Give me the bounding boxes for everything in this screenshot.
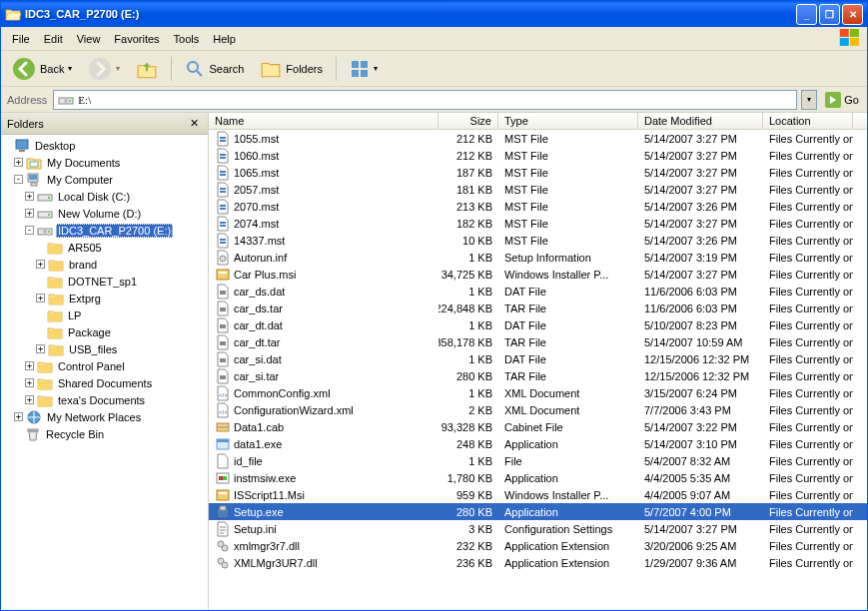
tree-item[interactable]: LP [3, 306, 206, 323]
tree-expander[interactable]: - [14, 175, 23, 184]
file-row[interactable]: Data1.cab93,328 KBCabinet File5/14/2007 … [209, 418, 867, 435]
file-row[interactable]: ConfigurationWizard.xml2 KBXML Document7… [209, 401, 867, 418]
up-button[interactable] [129, 54, 165, 84]
back-button[interactable]: Back ▾ [5, 53, 79, 85]
file-row[interactable]: car_si.dat1 KBDAT File12/15/2006 12:32 P… [209, 350, 867, 367]
file-row[interactable]: 2057.mst181 KBMST File5/14/2007 3:27 PMF… [209, 181, 867, 198]
go-icon [825, 92, 841, 108]
forward-icon [88, 57, 112, 81]
file-row[interactable]: car_ds.dat1 KBDAT File11/6/2006 6:03 PMF… [209, 283, 867, 300]
sidebar-header: Folders ✕ [1, 113, 208, 135]
column-location[interactable]: Location [763, 113, 853, 129]
tree-item[interactable]: +brand [3, 256, 206, 273]
tree-expander[interactable]: + [25, 192, 34, 201]
tree-expander[interactable]: + [36, 294, 45, 303]
close-button[interactable]: ✕ [842, 4, 863, 25]
tree-item[interactable]: +texa's Documents [3, 391, 206, 408]
file-row[interactable]: 2070.mst213 KBMST File5/14/2007 3:26 PMF… [209, 198, 867, 215]
address-input-wrapper[interactable] [53, 90, 797, 110]
minimize-button[interactable]: _ [796, 4, 817, 25]
tree-expander[interactable]: + [25, 378, 34, 387]
file-row[interactable]: 1065.mst187 KBMST File5/14/2007 3:27 PMF… [209, 164, 867, 181]
file-row[interactable]: 1055.mst212 KBMST File5/14/2007 3:27 PMF… [209, 130, 867, 147]
file-row[interactable]: instmsiw.exe1,780 KBApplication4/4/2005 … [209, 469, 867, 486]
address-input[interactable] [78, 94, 792, 106]
tree-item[interactable]: +New Volume (D:) [3, 205, 206, 222]
menu-view[interactable]: View [70, 30, 108, 48]
tree-item[interactable]: Package [3, 323, 206, 340]
tree-item[interactable]: Recycle Bin [3, 425, 206, 442]
tree-item[interactable]: -My Computer [3, 171, 206, 188]
file-size-cell: 358,178 KB [438, 336, 498, 348]
sidebar-close-button[interactable]: ✕ [187, 116, 202, 131]
tree-expander[interactable]: + [25, 361, 34, 370]
file-size-cell: 224,848 KB [438, 303, 498, 314]
file-row[interactable]: CommonConfig.xml1 KBXML Document3/15/200… [209, 384, 867, 401]
file-type-cell: TAR File [498, 336, 638, 348]
folder-icon [48, 257, 64, 273]
maximize-button[interactable]: ❐ [819, 4, 840, 25]
file-row[interactable]: xmlmgr3r7.dll232 KBApplication Extension… [209, 537, 867, 554]
tree-expander[interactable]: + [25, 395, 34, 404]
folders-button[interactable]: Folders [253, 54, 330, 84]
tree-expander[interactable]: + [14, 412, 23, 421]
tree-item[interactable]: DOTNET_sp1 [3, 273, 206, 290]
views-button[interactable]: ▾ [343, 55, 385, 83]
go-button[interactable]: Go [821, 90, 863, 110]
column-name[interactable]: Name [209, 113, 438, 129]
menu-edit[interactable]: Edit [37, 30, 70, 48]
file-row[interactable]: 2074.mst182 KBMST File5/14/2007 3:27 PMF… [209, 215, 867, 232]
file-icon [215, 301, 231, 316]
tree-item[interactable]: +Extprg [3, 290, 206, 306]
menu-help[interactable]: Help [206, 30, 243, 48]
tree-item[interactable]: +My Network Places [3, 408, 206, 425]
file-row[interactable]: id_file1 KBFile5/4/2007 8:32 AMFiles Cur… [209, 452, 867, 469]
file-icon [215, 555, 231, 571]
file-date-cell: 5/14/2007 3:26 PM [638, 235, 763, 247]
file-row[interactable]: 14337.mst10 KBMST File5/14/2007 3:26 PMF… [209, 232, 867, 249]
file-row[interactable]: Car Plus.msi34,725 KBWindows Installer P… [209, 266, 867, 283]
file-row[interactable]: car_dt.tar358,178 KBTAR File5/14/2007 10… [209, 333, 867, 350]
column-size[interactable]: Size [438, 113, 498, 129]
tree-item[interactable]: +Control Panel [3, 357, 206, 374]
tree-label: My Network Places [45, 411, 143, 423]
file-row[interactable]: car_ds.tar224,848 KBTAR File11/6/2006 6:… [209, 300, 867, 316]
menu-favorites[interactable]: Favorites [107, 30, 166, 48]
tree-expander[interactable]: + [36, 344, 45, 353]
tree-item[interactable]: Desktop [3, 137, 206, 154]
file-date-cell: 4/4/2005 9:07 AM [638, 489, 763, 501]
search-button[interactable]: Search [178, 55, 251, 83]
file-row[interactable]: Autorun.inf1 KBSetup Information5/14/200… [209, 249, 867, 266]
tree-expander[interactable]: + [36, 260, 45, 269]
column-type[interactable]: Type [498, 113, 638, 129]
file-row[interactable]: car_si.tar280 KBTAR File12/15/2006 12:32… [209, 367, 867, 384]
file-type-cell: DAT File [498, 319, 638, 331]
tree-expander[interactable]: - [25, 226, 34, 235]
column-date[interactable]: Date Modified [638, 113, 763, 129]
file-icon [215, 504, 231, 520]
file-row[interactable]: data1.exe248 KBApplication5/14/2007 3:10… [209, 435, 867, 452]
file-location-cell: Files Currently on t... [763, 286, 853, 298]
folder-tree[interactable]: Desktop+My Documents-My Computer+Local D… [1, 135, 208, 610]
file-row[interactable]: 1060.mst212 KBMST File5/14/2007 3:27 PMF… [209, 147, 867, 164]
tree-item[interactable]: +Shared Documents [3, 374, 206, 391]
tree-expander[interactable]: + [25, 209, 34, 218]
tree-item[interactable]: -IDC3_CAR_P2700 (E:) [3, 222, 206, 239]
tree-item[interactable]: +My Documents [3, 154, 206, 171]
menu-tools[interactable]: Tools [167, 30, 207, 48]
tree-item[interactable]: +USB_files [3, 340, 206, 357]
file-list-body[interactable]: 1055.mst212 KBMST File5/14/2007 3:27 PMF… [209, 130, 867, 610]
forward-button[interactable]: ▾ [81, 53, 127, 85]
menu-file[interactable]: File [5, 30, 37, 48]
tree-item[interactable]: +Local Disk (C:) [3, 188, 206, 205]
address-dropdown[interactable]: ▾ [801, 90, 817, 110]
tree-item[interactable]: AR505 [3, 239, 206, 256]
file-row[interactable]: car_dt.dat1 KBDAT File5/10/2007 8:23 PMF… [209, 316, 867, 333]
file-row[interactable]: ISScript11.Msi959 KBWindows Installer P.… [209, 486, 867, 503]
tree-expander[interactable]: + [14, 158, 23, 167]
file-size-cell: 187 KB [438, 167, 498, 179]
file-row[interactable]: XMLMgr3UR7.dll236 KBApplication Extensio… [209, 554, 867, 571]
up-icon [136, 58, 158, 80]
file-row[interactable]: Setup.exe280 KBApplication5/7/2007 4:00 … [209, 503, 867, 520]
file-row[interactable]: Setup.ini3 KBConfiguration Settings5/14/… [209, 520, 867, 537]
